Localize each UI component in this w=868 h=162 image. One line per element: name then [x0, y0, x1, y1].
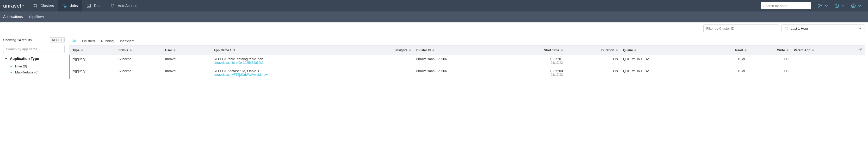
cell-queue: QUERY_INTERA... — [621, 55, 707, 67]
cell-duration: <1s — [565, 55, 621, 67]
col-parent[interactable]: Parent App — [791, 45, 856, 55]
applications-table: Type Status User App Name / ID Insights … — [69, 45, 865, 79]
search-input[interactable] — [763, 4, 809, 8]
showing-count: 14 — [17, 38, 21, 42]
nav-clusters[interactable]: Clusters — [29, 0, 58, 11]
sort-icon — [561, 49, 563, 52]
facet-sidebar: Showing 14 results RESET Application Typ… — [0, 35, 68, 79]
col-duration[interactable]: Duration — [565, 45, 621, 55]
cell-app: SELECT table_catalog,table_sch... unrave… — [211, 55, 361, 67]
clusters-icon — [33, 3, 38, 8]
col-user[interactable]: User — [162, 45, 211, 55]
nav-label: Jobs — [70, 4, 78, 8]
svg-rect-11 — [785, 27, 788, 30]
table-row[interactable]: bigquery Success unravel... SELECT t.dat… — [69, 67, 865, 79]
col-settings[interactable] — [856, 45, 865, 55]
sort-icon — [409, 49, 411, 52]
logo: unravel™ — [3, 3, 24, 9]
sort-icon — [812, 49, 814, 52]
facet-application-type[interactable]: Application Type — [4, 57, 65, 61]
help-menu[interactable] — [832, 3, 848, 8]
start-date: 01/17/22 — [507, 73, 563, 76]
app-name: SELECT t.dataset_id, t.table_i... — [214, 69, 359, 73]
check-icon — [9, 71, 13, 74]
chevron-down-icon — [4, 57, 8, 60]
col-type[interactable]: Type — [70, 45, 116, 55]
time-range-label: Last 1 Hour — [790, 27, 856, 30]
col-queue[interactable]: Queue — [621, 45, 707, 55]
sort-icon — [745, 49, 747, 52]
col-read[interactable]: Read — [707, 45, 749, 55]
logo-text: unravel — [3, 3, 21, 9]
chevron-down-icon — [840, 3, 846, 8]
nav-label: Data — [94, 4, 102, 8]
sort-icon — [616, 49, 618, 52]
facet-hive[interactable]: Hive (0) — [3, 63, 65, 69]
svg-point-10 — [853, 5, 854, 6]
app-id-link[interactable]: unravelsaa...1c-bf0e-3225b62a69c3 — [214, 61, 359, 65]
cell-insights — [361, 67, 414, 79]
cell-status: Success — [116, 55, 162, 67]
col-app[interactable]: App Name / ID — [211, 45, 361, 55]
cell-gear — [856, 67, 865, 79]
showing-prefix: Showing — [3, 38, 17, 42]
svg-point-12 — [860, 49, 861, 50]
start-time: 18:55:00 — [507, 69, 563, 73]
cell-cluster: unravelsaas-329506 — [414, 67, 505, 79]
nav-label: AutoActions — [118, 4, 137, 8]
svg-point-0 — [34, 4, 34, 5]
table-row[interactable]: bigquery Success unravel... SELECT table… — [69, 55, 865, 67]
cell-write: 0B — [749, 55, 791, 67]
cell-parent — [791, 67, 856, 79]
chevron-down-icon — [824, 3, 829, 8]
tools-icon — [817, 3, 823, 8]
svg-rect-5 — [64, 6, 66, 7]
tab-running[interactable]: Running — [100, 37, 114, 45]
sub-nav: Applications Pipelines — [0, 11, 868, 23]
cluster-filter-input[interactable] — [703, 25, 779, 32]
col-write[interactable]: Write — [749, 45, 791, 55]
reset-button[interactable]: RESET — [50, 37, 65, 42]
app-name: SELECT table_catalog,table_sch... — [214, 57, 359, 61]
tab-finished[interactable]: Finished — [82, 37, 95, 45]
cell-insights — [361, 55, 414, 67]
cell-read: 10MB — [707, 55, 749, 67]
tab-all[interactable]: All — [71, 37, 76, 45]
sort-icon — [634, 49, 637, 52]
nav-data[interactable]: Data — [82, 0, 106, 11]
data-icon — [86, 3, 91, 8]
svg-point-6 — [87, 4, 90, 5]
main-content: All Finished Running Inefficient Type St… — [68, 35, 868, 79]
time-range-picker[interactable]: Last 1 Hour — [781, 25, 865, 32]
cell-start: 18:55:01 01/17/22 — [505, 55, 565, 67]
cell-queue: QUERY_INTERA... — [621, 67, 707, 79]
facet-label: MapReduce (0) — [15, 70, 38, 74]
gear-icon — [858, 48, 862, 52]
tools-menu[interactable] — [815, 3, 832, 8]
cell-cluster: unravelsaas-329506 — [414, 55, 505, 67]
subnav-pipelines[interactable]: Pipelines — [29, 12, 44, 22]
cell-write: 0B — [749, 67, 791, 79]
nav-jobs[interactable]: Jobs — [58, 0, 82, 11]
global-search[interactable] — [761, 2, 811, 9]
col-status[interactable]: Status — [116, 45, 162, 55]
chevron-down-icon — [857, 3, 862, 8]
cell-type: bigquery — [70, 67, 116, 79]
app-name-search[interactable] — [3, 45, 65, 53]
col-start[interactable]: Start Time — [505, 45, 565, 55]
app-id-link[interactable]: unravelsaa...NF1TjdOdWtyIVwqMn-aw — [214, 73, 359, 76]
user-menu[interactable] — [848, 3, 865, 8]
col-cluster[interactable]: Cluster Id — [414, 45, 505, 55]
facet-mapreduce[interactable]: MapReduce (0) — [3, 69, 65, 75]
svg-point-8 — [837, 7, 837, 7]
cell-parent — [791, 55, 856, 67]
help-icon — [834, 3, 839, 8]
start-date: 01/17/22 — [507, 61, 563, 65]
subnav-applications[interactable]: Applications — [3, 12, 23, 22]
svg-point-3 — [36, 6, 37, 7]
top-nav: unravel™ Clusters Jobs Data AutoActions — [0, 0, 868, 11]
col-insights[interactable]: Insights — [361, 45, 414, 55]
nav-autoactions[interactable]: AutoActions — [106, 0, 142, 11]
tab-inefficient[interactable]: Inefficient — [119, 37, 135, 45]
cell-user: unravel... — [162, 67, 211, 79]
